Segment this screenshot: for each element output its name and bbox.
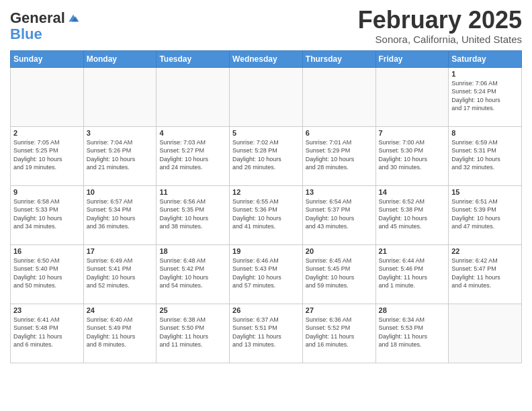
day-number: 16 (13, 247, 81, 255)
calendar-week-4: 16Sunrise: 6:50 AM Sunset: 5:40 PM Dayli… (11, 244, 522, 304)
calendar-cell: 5Sunrise: 7:02 AM Sunset: 5:28 PM Daylig… (230, 126, 303, 185)
day-detail: Sunrise: 7:01 AM Sunset: 5:29 PM Dayligh… (306, 138, 373, 172)
day-detail: Sunrise: 6:58 AM Sunset: 5:33 PM Dayligh… (13, 197, 81, 231)
day-detail: Sunrise: 6:52 AM Sunset: 5:38 PM Dayligh… (379, 197, 446, 231)
day-number: 5 (232, 129, 300, 137)
day-number: 15 (451, 188, 519, 196)
calendar-cell: 16Sunrise: 6:50 AM Sunset: 5:40 PM Dayli… (11, 244, 84, 304)
calendar-cell: 7Sunrise: 7:00 AM Sunset: 5:30 PM Daylig… (375, 126, 449, 185)
calendar-cell: 14Sunrise: 6:52 AM Sunset: 5:38 PM Dayli… (375, 185, 449, 244)
day-number: 17 (87, 247, 154, 255)
day-number: 1 (451, 70, 519, 78)
day-detail: Sunrise: 6:56 AM Sunset: 5:35 PM Dayligh… (159, 197, 226, 231)
day-header-sunday: Sunday (11, 50, 84, 67)
calendar-cell: 25Sunrise: 6:38 AM Sunset: 5:50 PM Dayli… (157, 304, 230, 363)
logo-text-blue: Blue (10, 26, 42, 42)
day-detail: Sunrise: 6:48 AM Sunset: 5:42 PM Dayligh… (159, 257, 226, 290)
calendar-cell: 21Sunrise: 6:44 AM Sunset: 5:46 PM Dayli… (375, 244, 449, 304)
calendar-cell (375, 67, 449, 126)
day-detail: Sunrise: 6:57 AM Sunset: 5:34 PM Dayligh… (87, 197, 154, 231)
day-detail: Sunrise: 7:06 AM Sunset: 5:24 PM Dayligh… (451, 79, 519, 113)
day-detail: Sunrise: 7:03 AM Sunset: 5:27 PM Dayligh… (159, 138, 226, 172)
day-detail: Sunrise: 6:34 AM Sunset: 5:53 PM Dayligh… (379, 316, 446, 349)
calendar-week-5: 23Sunrise: 6:41 AM Sunset: 5:48 PM Dayli… (11, 304, 522, 363)
day-number: 21 (379, 247, 446, 255)
calendar-cell: 19Sunrise: 6:46 AM Sunset: 5:43 PM Dayli… (230, 244, 303, 304)
day-header-thursday: Thursday (302, 50, 375, 67)
calendar-cell: 13Sunrise: 6:54 AM Sunset: 5:37 PM Dayli… (302, 185, 375, 244)
calendar-cell: 28Sunrise: 6:34 AM Sunset: 5:53 PM Dayli… (375, 304, 449, 363)
calendar-cell: 10Sunrise: 6:57 AM Sunset: 5:34 PM Dayli… (83, 185, 157, 244)
day-number: 25 (159, 306, 226, 314)
day-number: 14 (379, 188, 446, 196)
calendar-cell: 11Sunrise: 6:56 AM Sunset: 5:35 PM Dayli… (157, 185, 230, 244)
day-number: 18 (159, 247, 226, 255)
day-number: 9 (13, 188, 81, 196)
day-header-saturday: Saturday (449, 50, 522, 67)
calendar-cell: 8Sunrise: 6:59 AM Sunset: 5:31 PM Daylig… (449, 126, 522, 185)
day-detail: Sunrise: 7:00 AM Sunset: 5:30 PM Dayligh… (379, 138, 446, 172)
calendar-cell (230, 67, 303, 126)
day-number: 28 (379, 306, 446, 314)
day-detail: Sunrise: 7:04 AM Sunset: 5:26 PM Dayligh… (87, 138, 154, 172)
header: General Blue February 2025 Sonora, Calif… (10, 7, 522, 45)
calendar-cell: 23Sunrise: 6:41 AM Sunset: 5:48 PM Dayli… (11, 304, 84, 363)
day-number: 22 (451, 247, 519, 255)
day-detail: Sunrise: 6:44 AM Sunset: 5:46 PM Dayligh… (379, 257, 446, 290)
calendar-cell: 2Sunrise: 7:05 AM Sunset: 5:25 PM Daylig… (11, 126, 84, 185)
calendar-cell (449, 304, 522, 363)
day-detail: Sunrise: 6:50 AM Sunset: 5:40 PM Dayligh… (13, 257, 81, 290)
title-section: February 2025 Sonora, California, United… (358, 7, 522, 45)
day-number: 19 (232, 247, 300, 255)
calendar-cell: 24Sunrise: 6:40 AM Sunset: 5:49 PM Dayli… (83, 304, 157, 363)
calendar-cell: 18Sunrise: 6:48 AM Sunset: 5:42 PM Dayli… (157, 244, 230, 304)
calendar-cell: 3Sunrise: 7:04 AM Sunset: 5:26 PM Daylig… (83, 126, 157, 185)
calendar-cell: 20Sunrise: 6:45 AM Sunset: 5:45 PM Dayli… (302, 244, 375, 304)
day-number: 26 (232, 306, 300, 314)
calendar-week-1: 1Sunrise: 7:06 AM Sunset: 5:24 PM Daylig… (11, 67, 522, 126)
day-number: 6 (306, 129, 373, 137)
calendar-cell (83, 67, 157, 126)
calendar-cell: 15Sunrise: 6:51 AM Sunset: 5:39 PM Dayli… (449, 185, 522, 244)
calendar-cell: 17Sunrise: 6:49 AM Sunset: 5:41 PM Dayli… (83, 244, 157, 304)
day-detail: Sunrise: 6:49 AM Sunset: 5:41 PM Dayligh… (87, 257, 154, 290)
calendar-cell (157, 67, 230, 126)
day-detail: Sunrise: 6:59 AM Sunset: 5:31 PM Dayligh… (451, 138, 519, 172)
calendar-cell: 27Sunrise: 6:36 AM Sunset: 5:52 PM Dayli… (302, 304, 375, 363)
day-detail: Sunrise: 6:51 AM Sunset: 5:39 PM Dayligh… (451, 197, 519, 231)
calendar-cell: 1Sunrise: 7:06 AM Sunset: 5:24 PM Daylig… (449, 67, 522, 126)
day-detail: Sunrise: 6:36 AM Sunset: 5:52 PM Dayligh… (306, 316, 373, 349)
calendar-header-row: SundayMondayTuesdayWednesdayThursdayFrid… (11, 50, 522, 67)
day-number: 27 (306, 306, 373, 314)
calendar-cell: 22Sunrise: 6:42 AM Sunset: 5:47 PM Dayli… (449, 244, 522, 304)
day-detail: Sunrise: 6:37 AM Sunset: 5:51 PM Dayligh… (232, 316, 300, 349)
day-number: 2 (13, 129, 81, 137)
day-number: 4 (159, 129, 226, 137)
day-detail: Sunrise: 6:41 AM Sunset: 5:48 PM Dayligh… (13, 316, 81, 349)
day-detail: Sunrise: 6:46 AM Sunset: 5:43 PM Dayligh… (232, 257, 300, 290)
calendar-week-2: 2Sunrise: 7:05 AM Sunset: 5:25 PM Daylig… (11, 126, 522, 185)
day-detail: Sunrise: 6:38 AM Sunset: 5:50 PM Dayligh… (159, 316, 226, 349)
subtitle: Sonora, California, United States (358, 34, 522, 45)
day-number: 3 (87, 129, 154, 137)
day-detail: Sunrise: 7:05 AM Sunset: 5:25 PM Dayligh… (13, 138, 81, 172)
day-detail: Sunrise: 6:55 AM Sunset: 5:36 PM Dayligh… (232, 197, 300, 231)
main-title: February 2025 (358, 7, 522, 34)
day-detail: Sunrise: 7:02 AM Sunset: 5:28 PM Dayligh… (232, 138, 300, 172)
day-header-monday: Monday (83, 50, 157, 67)
logo-icon (66, 11, 80, 25)
calendar-cell: 6Sunrise: 7:01 AM Sunset: 5:29 PM Daylig… (302, 126, 375, 185)
day-number: 23 (13, 306, 81, 314)
calendar-cell (302, 67, 375, 126)
day-header-friday: Friday (375, 50, 449, 67)
day-detail: Sunrise: 6:54 AM Sunset: 5:37 PM Dayligh… (306, 197, 373, 231)
day-number: 13 (306, 188, 373, 196)
day-number: 20 (306, 247, 373, 255)
day-header-wednesday: Wednesday (230, 50, 303, 67)
calendar-cell: 4Sunrise: 7:03 AM Sunset: 5:27 PM Daylig… (157, 126, 230, 185)
calendar-cell: 26Sunrise: 6:37 AM Sunset: 5:51 PM Dayli… (230, 304, 303, 363)
day-header-tuesday: Tuesday (157, 50, 230, 67)
day-number: 11 (159, 188, 226, 196)
calendar-cell: 9Sunrise: 6:58 AM Sunset: 5:33 PM Daylig… (11, 185, 84, 244)
calendar-cell (11, 67, 84, 126)
